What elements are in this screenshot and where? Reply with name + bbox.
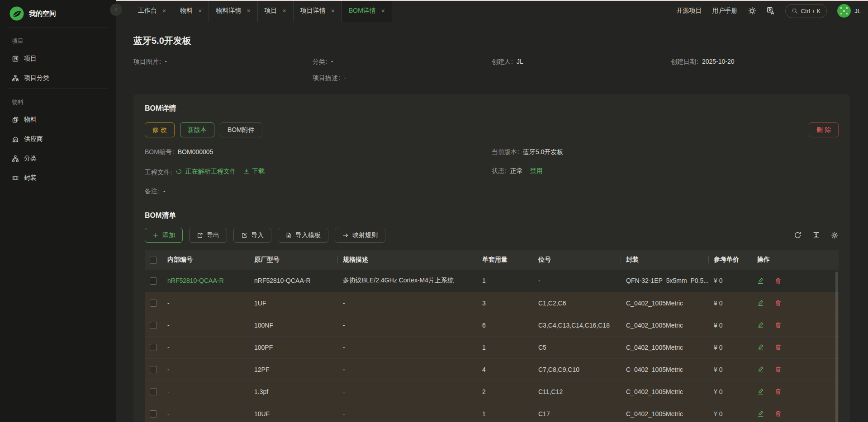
sidebar-item[interactable]: 物料 — [0, 110, 116, 129]
search-box[interactable]: Ctrl + K — [785, 4, 827, 18]
designators-cell: C5 — [533, 336, 621, 358]
tab-label: 物料详情 — [216, 7, 241, 15]
delete-row-icon[interactable] — [775, 300, 782, 306]
delete-row-icon[interactable] — [775, 410, 782, 417]
settings-icon[interactable] — [831, 231, 839, 239]
sidebar-item[interactable]: 项目分类 — [0, 68, 116, 88]
edit-row-icon[interactable] — [757, 410, 764, 417]
workspace-title: 我的空间 — [29, 9, 56, 18]
open-source-link[interactable]: 开源项目 — [677, 7, 702, 15]
refresh-icon[interactable] — [794, 231, 802, 239]
divider — [8, 28, 108, 28]
select-all-checkbox[interactable] — [150, 257, 157, 264]
delete-row-icon[interactable] — [775, 277, 782, 284]
user-initials: JL — [854, 8, 861, 14]
table-row: -12PF-4C7,C8,C9,C10C_0402_1005Metric¥ 0 — [145, 358, 839, 380]
toolbar-button[interactable]: 添加 — [145, 228, 183, 243]
footprint-cell: C_0402_1005Metric — [621, 314, 708, 336]
edit-row-icon[interactable] — [757, 344, 764, 351]
disable-link[interactable]: 禁用 — [530, 167, 543, 174]
toolbar-button[interactable]: 导入模板 — [278, 228, 328, 243]
tab-close-icon[interactable]: × — [198, 8, 202, 14]
table-row: nRF52810-QCAA-RnRF52810-QCAA-R多协议BLE/2.4… — [145, 270, 839, 292]
spec-cell: - — [337, 314, 477, 336]
delete-row-icon[interactable] — [775, 366, 782, 373]
row-checkbox[interactable] — [150, 300, 157, 307]
column-header: 位号 — [533, 250, 621, 270]
mpn-cell: 1.3pf — [249, 380, 337, 403]
new-version-button[interactable]: 新版本 — [180, 122, 214, 137]
edit-row-icon[interactable] — [757, 388, 764, 395]
tab-item[interactable]: 物料× — [173, 0, 209, 22]
row-height-icon[interactable] — [812, 231, 820, 239]
price-cell: ¥ 0 — [708, 314, 752, 336]
tab-close-icon[interactable]: × — [283, 8, 286, 14]
footprint-cell: C_0402_1005Metric — [621, 403, 708, 422]
footprint-cell: C_0402_1005Metric — [621, 380, 708, 403]
tab-item[interactable]: 项目× — [257, 0, 293, 22]
tab-close-icon[interactable]: × — [331, 8, 335, 14]
tab-item[interactable]: 工作台× — [131, 0, 173, 22]
sidebar-item[interactable]: 供应商 — [0, 129, 116, 149]
toolbar-button[interactable]: 导出 — [189, 228, 227, 243]
row-checkbox[interactable] — [150, 388, 157, 395]
download-link[interactable]: 下载 — [243, 167, 265, 175]
sidebar-item[interactable]: 项目 — [0, 49, 116, 68]
mpn-cell: 1UF — [249, 292, 337, 314]
user-menu[interactable]: JL — [837, 4, 861, 18]
designators-cell: C3,C4,C13,C14,C16,C18 — [533, 314, 621, 336]
delete-row-icon[interactable] — [775, 322, 782, 328]
table-row: -1.3pf-2C11,C12C_0402_1005Metric¥ 0 — [145, 380, 839, 403]
tab-close-icon[interactable]: × — [162, 8, 166, 14]
project-icon — [12, 55, 19, 62]
user-manual-link[interactable]: 用户手册 — [712, 7, 738, 15]
sidebar-item[interactable]: 封装 — [0, 168, 116, 188]
toolbar-button[interactable]: 导入 — [233, 228, 271, 243]
tab-item[interactable]: 物料详情× — [209, 0, 257, 22]
edit-row-icon[interactable] — [757, 300, 764, 306]
tab-close-icon[interactable]: × — [381, 8, 385, 14]
project-info: 项目图片-分类-创建人JL创建日期2025-10-20 项目描述- — [133, 58, 850, 82]
spec-cell: - — [337, 403, 477, 422]
page-content: 蓝牙5.0开发板 项目图片-分类-创建人JL创建日期2025-10-20 项目描… — [116, 22, 868, 422]
toolbar-button[interactable]: 映射规则 — [335, 228, 385, 243]
internal-number-cell: - — [162, 358, 249, 380]
tab-close-icon[interactable]: × — [247, 8, 250, 14]
row-checkbox[interactable] — [150, 277, 157, 285]
row-checkbox[interactable] — [150, 344, 157, 351]
workspace-header[interactable]: 我的空间 — [0, 0, 116, 27]
bom-list-title: BOM清单 — [145, 211, 839, 220]
sidebar-collapse-button[interactable] — [110, 4, 122, 16]
delete-row-icon[interactable] — [775, 344, 782, 351]
button-label: 导出 — [207, 231, 219, 239]
table-scrollbar[interactable] — [835, 272, 838, 422]
row-checkbox[interactable] — [150, 410, 157, 417]
chevron-left-icon — [114, 7, 119, 13]
sidebar-section-label: 物料 — [0, 90, 116, 110]
column-header: 参考单价 — [708, 250, 752, 270]
bom-detail-title: BOM详情 — [145, 104, 839, 113]
price-cell: ¥ 0 — [708, 358, 752, 380]
internal-number-cell[interactable]: nRF52810-QCAA-R — [162, 270, 249, 292]
delete-bom-button[interactable]: 删 除 — [809, 122, 839, 137]
row-checkbox[interactable] — [150, 322, 157, 329]
bom-list-toolbar: 添加导出导入导入模板映射规则 — [145, 228, 839, 243]
topbar-actions: 开源项目 用户手册 Ctrl + K — [677, 0, 868, 22]
table-header-row: 内部编号原厂型号规格描述单套用量位号封装参考单价操作 — [145, 250, 839, 270]
sidebar-item-label: 物料 — [24, 116, 37, 124]
modify-button[interactable]: 修 改 — [145, 122, 175, 137]
delete-row-icon[interactable] — [775, 388, 782, 395]
edit-row-icon[interactable] — [757, 322, 764, 328]
language-switch-icon[interactable] — [767, 7, 775, 15]
internal-number-cell: - — [162, 336, 249, 358]
edit-row-icon[interactable] — [757, 366, 764, 373]
file-icon — [285, 232, 292, 239]
sidebar-item[interactable]: 分类 — [0, 149, 116, 168]
edit-row-icon[interactable] — [757, 277, 764, 284]
theme-toggle-icon[interactable] — [748, 7, 756, 15]
tab-active[interactable]: BOM详情× — [342, 0, 392, 22]
project-field: 分类- — [313, 58, 492, 66]
row-checkbox[interactable] — [150, 366, 157, 373]
tab-item[interactable]: 项目详情× — [293, 0, 342, 22]
bom-attachment-button[interactable]: BOM附件 — [220, 122, 262, 137]
